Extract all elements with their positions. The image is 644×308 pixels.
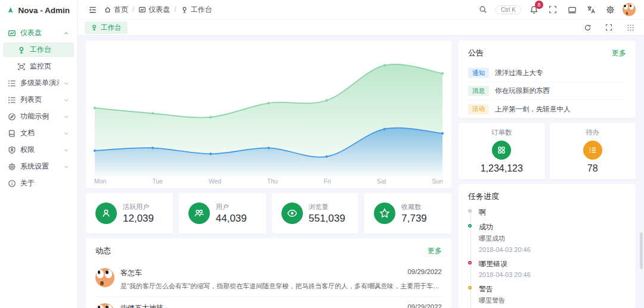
stat-users[interactable]: 用户44,039 [179,193,266,234]
breadcrumb-dashboard[interactable]: 仪表盘 [138,5,170,15]
stat-favorites[interactable]: 收藏数7,739 [364,193,451,234]
orders-counter-card[interactable]: 订单数 1,234,123 [459,123,545,179]
refresh-button[interactable] [581,21,594,34]
sidebar-item-monitor-page[interactable]: 监控页 [3,59,74,74]
grid-dots-icon [627,24,634,32]
refresh-icon [584,24,592,32]
timeline-dot-success [468,224,472,228]
stat-active-users[interactable]: 活跃用户12,039 [86,193,173,234]
tab-workbench[interactable]: 工作台 [85,21,128,34]
content-fullscreen-button[interactable] [602,21,615,34]
search-button[interactable] [476,3,490,16]
info-icon [8,179,16,188]
app-window: Nova - Admin 仪表盘 工作台 监控页 多级菜单演示 [0,0,644,308]
sidebar-item-list-page[interactable]: 列表页 [3,92,74,107]
avatar-eye [624,4,628,10]
breadcrumb-home[interactable]: 首页 [104,5,128,15]
collapse-menu-icon [88,5,97,14]
tab-bar: 工作台 [78,19,644,36]
app-logo[interactable]: Nova - Admin [0,0,77,20]
announcement-item[interactable]: 消息 你在玩很新的东西 [468,82,626,100]
visits-area-chart: MonTueWedThuFriSatSun [86,41,451,188]
translate-icon [587,5,596,14]
user-avatar[interactable] [623,3,636,16]
fullscreen-button[interactable] [546,3,559,16]
feed-item-name: 街健五大神技 [120,303,163,308]
notification-badge: 8 [535,1,543,9]
breadcrumb-separator: / [174,5,176,14]
collapse-sidebar-button[interactable] [86,3,99,16]
dashboard-icon [8,29,16,38]
top-header: 首页 / 仪表盘 / 工作台 Ctrl K [78,0,644,19]
language-button[interactable] [584,3,597,16]
tab-options-button[interactable] [624,21,637,34]
settings-button[interactable] [603,3,617,16]
search-shortcut-pill[interactable]: Ctrl K [496,5,521,14]
sidebar-item-workbench[interactable]: 工作台 [3,42,74,57]
timeline-item: 警告 哪里警告 2018-04-03 20:46 [468,285,626,308]
leaf-logo-icon [7,5,14,15]
stat-page-views[interactable]: 浏览量551,039 [272,193,359,234]
announcements-title: 公告 [468,48,484,58]
todo-list-icon [588,145,597,155]
feed-title: 动态 [95,245,111,256]
sidebar-item-system-settings[interactable]: 系统设置 [3,159,74,174]
chevron-down-icon [63,114,69,120]
sidebar-menu: 仪表盘 工作台 监控页 多级菜单演示 列表页 [0,20,77,192]
feed-more-link[interactable]: 更多 [428,246,442,256]
feed-item-name: 客怎车 [120,268,142,278]
timeline-dot-gray [468,209,472,213]
page-content: MonTueWedThuFriSatSun 活跃用户12,039 用户44,03… [78,36,644,308]
workbench-icon [91,24,98,31]
display-mode-button[interactable] [565,3,578,16]
gear-icon [606,5,615,14]
sidebar-item-dashboard[interactable]: 仪表盘 [3,26,74,41]
workbench-icon [17,46,26,54]
todo-counter-card[interactable]: 待办 78 [550,123,636,179]
timeline-item: 哪里错误 2018-04-03 20:46 [468,260,626,278]
announcement-item[interactable]: 活动 上岸第一剑，先斩意中人 [468,100,626,118]
main-area: 首页 / 仪表盘 / 工作台 Ctrl K [78,0,644,308]
sidebar-item-feature-examples[interactable]: 功能示例 [3,109,74,124]
chevron-down-icon [63,130,69,136]
notifications-button[interactable]: 8 [527,3,540,16]
area-chart-svg[interactable] [92,46,445,176]
activity-tag: 活动 [468,104,489,114]
sidebar-item-multilevel-menu[interactable]: 多级菜单演示 [3,76,74,91]
task-progress-card: 任务进度 啊 成功 哪里成功 2018-04- [459,184,636,308]
feed-item[interactable]: 客怎车09/29/2022 是“我的客厅怎么会有车”的缩写，指那些在车道间随意穿… [95,262,442,297]
docs-book-icon [8,129,16,138]
timeline-item: 啊 [468,208,626,216]
activity-feed-card: 动态 更多 客怎车09/29/2022 是“我的客厅怎么会有车”的缩写，指那些在… [86,238,451,308]
announcement-item[interactable]: 通知 漂洋过海上大专 [468,64,626,82]
dashboard-icon [138,6,146,14]
stats-row: 活跃用户12,039 用户44,039 浏览量551,039 收藏数7,739 [86,193,451,234]
counters-row: 订单数 1,234,123 待办 78 [459,123,636,179]
search-icon [479,5,487,14]
avatar-eye [629,4,634,10]
avatar-mouth [626,12,628,15]
chevron-down-icon [63,80,69,86]
feed-item[interactable]: 街健五大神技09/29/2022 街头健身五大神技，包括1.单手引体向上，2.慢… [95,297,442,308]
left-column: MonTueWedThuFriSatSun 活跃用户12,039 用户44,03… [86,41,451,308]
announcements-more-link[interactable]: 更多 [612,48,626,58]
fullscreen-icon [549,5,557,14]
sidebar-item-about[interactable]: 关于 [3,176,74,191]
breadcrumb: 首页 / 仪表盘 / 工作台 [104,5,212,15]
sidebar-item-permissions[interactable]: 权限 [3,142,74,157]
timeline-item: 成功 哪里成功 2018-04-03 20:46 [468,223,626,253]
page-scrollbar-thumb[interactable] [640,232,643,269]
task-progress-title: 任务进度 [468,191,499,202]
chevron-down-icon [63,97,69,103]
announcements-card: 公告 更多 通知 漂洋过海上大专 消息 你在玩很新的东西 活动 上岸第一剑，先斩… [459,41,636,118]
tab-actions [581,21,637,34]
sidebar-item-docs[interactable]: 文档 [3,126,74,141]
right-column: 公告 更多 通知 漂洋过海上大专 消息 你在玩很新的东西 活动 上岸第一剑，先斩… [459,41,636,308]
breadcrumb-separator: / [132,5,134,14]
breadcrumb-workbench[interactable]: 工作台 [181,5,212,15]
chevron-down-icon [63,164,69,170]
workbench-icon [181,6,188,14]
timeline-dot-error [468,261,472,265]
chevron-up-icon [63,30,69,36]
star-icon [379,208,390,219]
